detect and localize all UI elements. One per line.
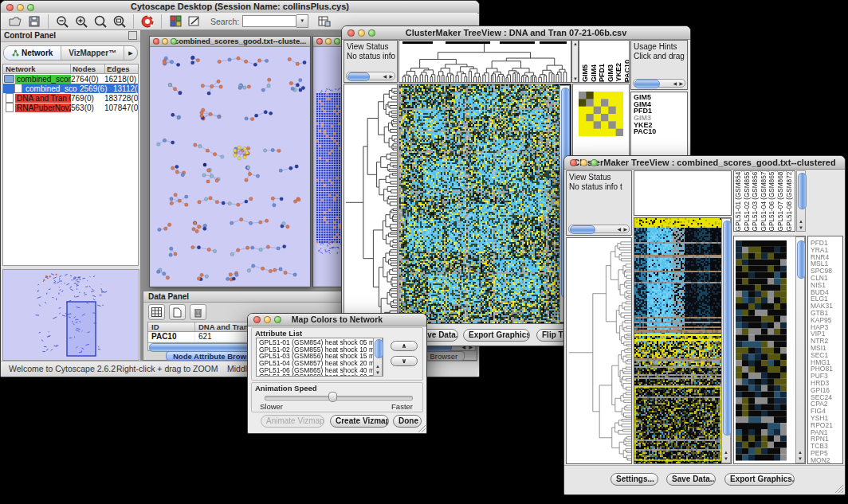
usage-hints-scrollbar[interactable]: ◀▶ <box>633 79 685 88</box>
network-table-row[interactable]: combined_scores 2764(0) 16218(0) <box>3 74 138 84</box>
export-graphics-button[interactable]: Export Graphics... <box>463 329 530 342</box>
tab-vizmapper[interactable]: VizMapper™ <box>61 46 124 60</box>
view-status-scrollbar[interactable]: ◀▶ <box>346 72 395 80</box>
minimize-button[interactable] <box>162 38 168 45</box>
vscroll-thumb[interactable] <box>375 339 383 358</box>
scroll-up-arrow[interactable]: ▲ <box>798 450 803 455</box>
select-attributes-button[interactable] <box>148 304 165 320</box>
gene-label[interactable]: PAC10 <box>634 128 687 135</box>
column-label[interactable]: GPL51-01 (GSM854) <box>735 170 744 231</box>
mini-vscrollbar[interactable]: ▲▼ <box>571 40 579 83</box>
treeview-combined-titlebar[interactable]: ClusterMaker TreeView : combined_scores_… <box>564 156 845 170</box>
heatmap-panel[interactable]: ▲ ▼ <box>634 217 732 464</box>
scroll-right-arrow[interactable]: ▶ <box>389 74 393 79</box>
network-view-1[interactable] <box>151 47 309 286</box>
vscroll-thumb[interactable] <box>797 240 806 279</box>
network-table-header[interactable]: Network Nodes Edges <box>3 64 138 74</box>
move-down-button[interactable]: ∨ <box>391 356 418 366</box>
scroll-down-arrow[interactable]: ▼ <box>798 456 803 461</box>
network-table-row[interactable]: DNA and Tran 07 769(0) 183728(0) <box>3 93 138 103</box>
minimize-button[interactable] <box>325 38 332 45</box>
zoom-out-button[interactable] <box>53 12 72 30</box>
gene-label[interactable]: MON2 <box>811 457 842 464</box>
minimize-button[interactable] <box>17 4 24 11</box>
zoom-selected-button[interactable] <box>91 12 110 30</box>
view-status-scrollbar[interactable]: ◀▶ <box>568 225 630 233</box>
scroll-thumb[interactable] <box>634 80 660 88</box>
scroll-left-arrow[interactable]: ◀ <box>673 81 677 86</box>
treeview-dna-titlebar[interactable]: ClusterMaker TreeView : DNA and Tran 07-… <box>342 26 690 40</box>
row-dendrogram-canvas[interactable] <box>344 84 397 323</box>
done-button[interactable]: Done <box>393 415 422 428</box>
save-session-button[interactable] <box>25 12 44 30</box>
zoom-button[interactable] <box>591 159 598 166</box>
float-panel-icon[interactable] <box>128 31 137 40</box>
speed-slider-track[interactable] <box>265 396 413 400</box>
export-graphics-button[interactable]: Export Graphics... <box>724 473 795 486</box>
column-header-id[interactable]: ID <box>148 322 195 331</box>
network-table-row[interactable]: RNAPuberNov2+ 563(0) 107847(0) <box>3 103 138 112</box>
dialog-titlebar[interactable]: Map Colors to Network <box>248 314 426 326</box>
col-nodes[interactable]: Nodes <box>71 64 105 73</box>
network-overview-canvas[interactable] <box>3 270 137 358</box>
column-dendrogram-panel[interactable] <box>398 40 571 83</box>
heatmap-vscrollbar[interactable]: ▲ ▼ <box>721 218 731 463</box>
summary-heatmap-canvas[interactable] <box>736 240 787 461</box>
column-label[interactable]: GPL51-02 (GSM855) <box>744 170 752 231</box>
mini-heatmap-canvas[interactable] <box>579 92 623 136</box>
attribute-list-item[interactable]: GPL51-07 (GSM868) heat shock 60 min <box>259 373 383 377</box>
save-data-button[interactable]: Save Data... <box>666 473 716 486</box>
scroll-down-arrow[interactable]: ▼ <box>724 456 728 461</box>
zoom-button[interactable] <box>27 4 34 11</box>
scroll-up-arrow[interactable]: ▲ <box>799 219 803 224</box>
scroll-up-arrow[interactable]: ▲ <box>375 364 380 369</box>
column-label[interactable]: GPL51-08 (GSM872) <box>786 170 795 231</box>
column-label[interactable]: PAC10 <box>623 60 630 82</box>
col-network[interactable]: Network <box>3 64 71 73</box>
vscroll-thumb[interactable] <box>798 173 807 209</box>
close-button[interactable] <box>6 4 14 11</box>
close-button[interactable] <box>316 38 323 45</box>
zoom-button[interactable] <box>368 29 375 37</box>
close-button[interactable] <box>253 316 261 323</box>
row-dendrogram-panel[interactable] <box>566 237 632 464</box>
vscroll-thumb[interactable] <box>723 221 732 436</box>
minimize-button[interactable] <box>264 316 271 323</box>
network-frame1-titlebar[interactable]: combined_scores_good.txt--cluste... <box>150 37 310 47</box>
zoom-in-button[interactable] <box>72 12 91 30</box>
column-label[interactable]: GPL51-04 (GSM857) <box>760 170 769 231</box>
zoom-fit-button[interactable] <box>110 12 129 30</box>
labels-vscrollbar[interactable]: ▲ ▼ <box>796 170 806 232</box>
speed-slider-thumb[interactable] <box>328 392 337 402</box>
column-dendrogram-panel[interactable] <box>634 170 732 216</box>
column-label[interactable]: GPL51-07 (GSM868) <box>777 170 786 231</box>
scroll-right-arrow[interactable]: ▶ <box>623 227 627 232</box>
new-attribute-button[interactable] <box>169 304 186 320</box>
close-button[interactable] <box>347 29 355 37</box>
zoom-button[interactable] <box>274 316 281 323</box>
scroll-right-arrow[interactable]: ▶ <box>679 81 683 86</box>
scroll-up-arrow[interactable]: ▲ <box>724 450 728 455</box>
heatmap-canvas[interactable] <box>634 218 722 463</box>
attribute-list-scrollbar[interactable]: ▲ ▼ <box>373 338 383 377</box>
minimize-button[interactable] <box>358 29 365 37</box>
annotation-button[interactable] <box>185 12 204 30</box>
heatmap-panel[interactable]: ▲ ▼ <box>398 84 571 324</box>
scroll-down-arrow[interactable]: ▼ <box>375 370 380 375</box>
column-label[interactable]: GIM5 <box>581 64 590 82</box>
attribute-list[interactable]: GPL51-01 (GSM854) heat shock 05 minGPL51… <box>256 338 383 377</box>
scroll-thumb[interactable] <box>570 225 595 234</box>
summary-heatmap-panel[interactable]: ▲ ▼ <box>733 236 806 464</box>
resize-grip[interactable] <box>835 485 843 493</box>
zoom-button[interactable] <box>334 38 340 45</box>
scroll-thumb[interactable] <box>347 72 370 81</box>
column-label[interactable]: GIM4 <box>590 64 599 82</box>
settings-button[interactable]: Settings... <box>610 473 658 486</box>
column-label[interactable]: GIM3 <box>607 64 615 82</box>
network-table-row[interactable]: combined_sco 2569(6) 13112(15) <box>3 84 138 93</box>
zoom-button[interactable] <box>171 38 177 45</box>
network-overview-panel[interactable] <box>2 269 139 361</box>
row-dendrogram-panel[interactable] <box>344 84 398 324</box>
search-dropdown-button[interactable]: ▼ <box>296 14 308 28</box>
delete-attribute-button[interactable] <box>190 304 206 320</box>
